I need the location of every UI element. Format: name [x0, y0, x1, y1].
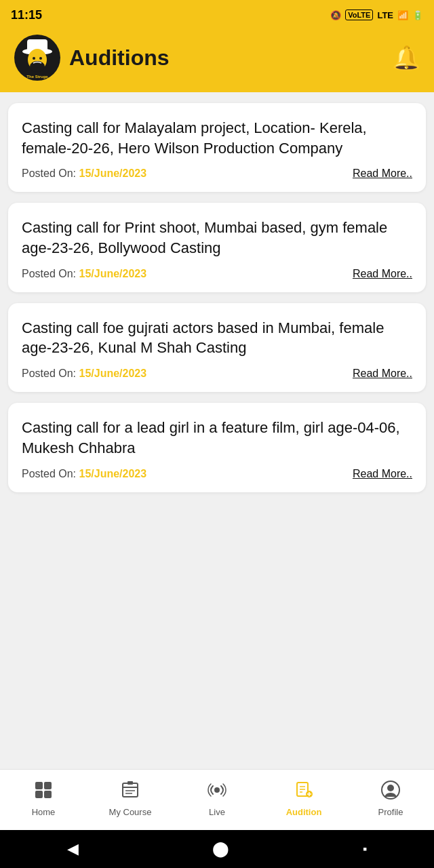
card-title-4: Casting call for a lead girl in a featur…	[22, 418, 412, 458]
read-more-1[interactable]: Read More..	[353, 167, 412, 180]
card-title-2: Casting call for Print shoot, Mumbai bas…	[22, 218, 412, 258]
audition-card-3: Casting call foe gujrati actors based in…	[8, 303, 426, 392]
svg-point-4	[30, 61, 45, 72]
svg-rect-12	[123, 783, 138, 797]
posted-date-2: 15/June/2023	[79, 268, 147, 279]
status-time: 11:15	[11, 8, 42, 22]
home-button[interactable]: ⬤	[212, 840, 229, 858]
status-bar: 11:15 🔕 VoLTE LTE 📶 🔋	[0, 0, 434, 27]
svg-rect-11	[44, 791, 52, 798]
nav-item-home[interactable]: Home	[0, 781, 87, 817]
svg-point-26	[387, 785, 394, 791]
audition-card-1: Casting call for Malayalam project, Loca…	[8, 103, 426, 192]
profile-icon	[381, 781, 400, 804]
svg-rect-8	[35, 782, 43, 789]
svg-point-17	[214, 787, 220, 793]
nav-label-profile: Profile	[378, 807, 403, 817]
svg-point-5	[33, 57, 35, 60]
nav-item-live[interactable]: Live	[174, 781, 260, 817]
nav-label-home: Home	[32, 807, 56, 817]
content-area: Casting call for Malayalam project, Loca…	[0, 92, 434, 769]
posted-date-3: 15/June/2023	[79, 368, 147, 379]
svg-text:The Struge: The Struge	[26, 75, 48, 79]
home-icon	[34, 781, 53, 804]
android-nav-bar: ◀ ⬤ ▪	[0, 830, 434, 868]
read-more-3[interactable]: Read More..	[353, 368, 412, 380]
audition-card-4: Casting call for a lead girl in a featur…	[8, 403, 426, 492]
signal-icon: 📶	[397, 10, 408, 20]
card-footer-1: Posted On: 15/June/2023 Read More..	[22, 167, 412, 180]
back-button[interactable]: ◀	[67, 840, 79, 858]
lte-indicator: LTE	[377, 10, 393, 20]
volte-indicator: VoLTE	[345, 9, 373, 20]
app-logo: The Struge	[14, 34, 61, 81]
card-footer-2: Posted On: 15/June/2023 Read More..	[22, 268, 412, 280]
header: The Struge Auditions 🔔	[0, 27, 434, 92]
posted-date-4: 15/June/2023	[79, 468, 147, 479]
status-icons: 🔕 VoLTE LTE 📶 🔋	[330, 9, 423, 20]
svg-point-6	[39, 57, 42, 60]
recents-button[interactable]: ▪	[363, 842, 367, 856]
posted-date-1: 15/June/2023	[79, 167, 147, 179]
posted-on-2: Posted On: 15/June/2023	[22, 268, 146, 280]
posted-on-3: Posted On: 15/June/2023	[22, 368, 146, 380]
bell-icon[interactable]: 🔔	[392, 44, 420, 71]
read-more-4[interactable]: Read More..	[353, 468, 412, 480]
svg-rect-9	[44, 782, 52, 789]
nav-item-mycourse[interactable]: My Course	[87, 781, 174, 817]
page-title: Auditions	[69, 45, 170, 71]
nav-item-audition[interactable]: Audition	[260, 781, 347, 817]
nav-label-mycourse: My Course	[109, 807, 152, 817]
posted-on-1: Posted On: 15/June/2023	[22, 167, 146, 180]
read-more-2[interactable]: Read More..	[353, 268, 412, 280]
audition-card-2: Casting call for Print shoot, Mumbai bas…	[8, 203, 426, 292]
live-icon	[208, 781, 226, 804]
posted-on-4: Posted On: 15/June/2023	[22, 468, 146, 480]
svg-rect-16	[127, 781, 133, 785]
card-title-3: Casting call foe gujrati actors based in…	[22, 318, 412, 358]
card-footer-4: Posted On: 15/June/2023 Read More..	[22, 468, 412, 480]
nav-item-profile[interactable]: Profile	[347, 781, 434, 817]
nav-label-live: Live	[209, 807, 225, 817]
card-footer-3: Posted On: 15/June/2023 Read More..	[22, 368, 412, 380]
card-title-1: Casting call for Malayalam project, Loca…	[22, 118, 412, 158]
bottom-navigation: Home My Course Live	[0, 769, 434, 830]
header-left: The Struge Auditions	[14, 34, 170, 81]
svg-rect-10	[35, 791, 43, 798]
battery-icon: 🔋	[412, 10, 423, 20]
mycourse-icon	[121, 781, 140, 804]
mute-icon: 🔕	[330, 10, 341, 20]
audition-icon	[294, 781, 313, 804]
nav-label-audition: Audition	[286, 807, 322, 817]
